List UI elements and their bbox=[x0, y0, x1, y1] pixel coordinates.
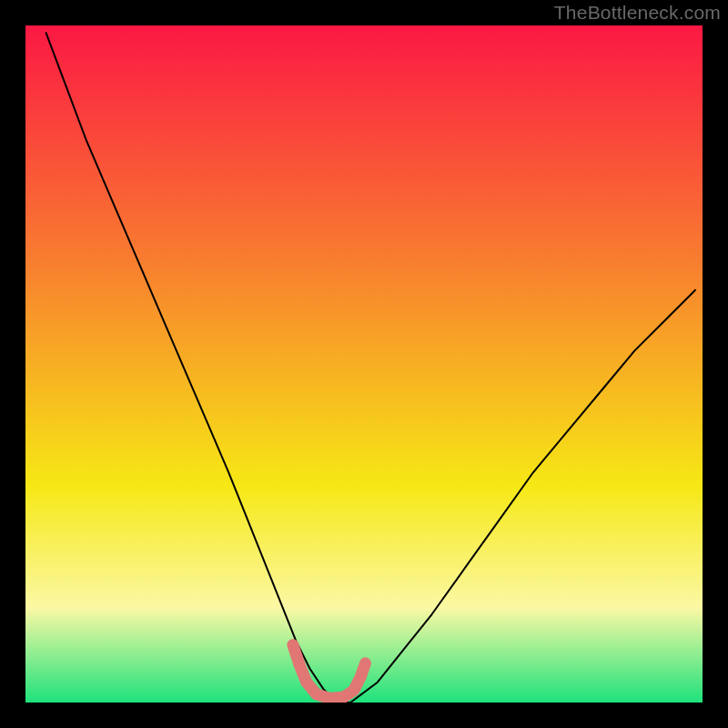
watermark-label: TheBottleneck.com bbox=[554, 2, 721, 24]
chart-stage: TheBottleneck.com bbox=[0, 0, 728, 728]
chart-svg bbox=[25, 25, 703, 703]
chart-background-gradient bbox=[25, 25, 703, 703]
chart-plot-area bbox=[25, 25, 703, 703]
